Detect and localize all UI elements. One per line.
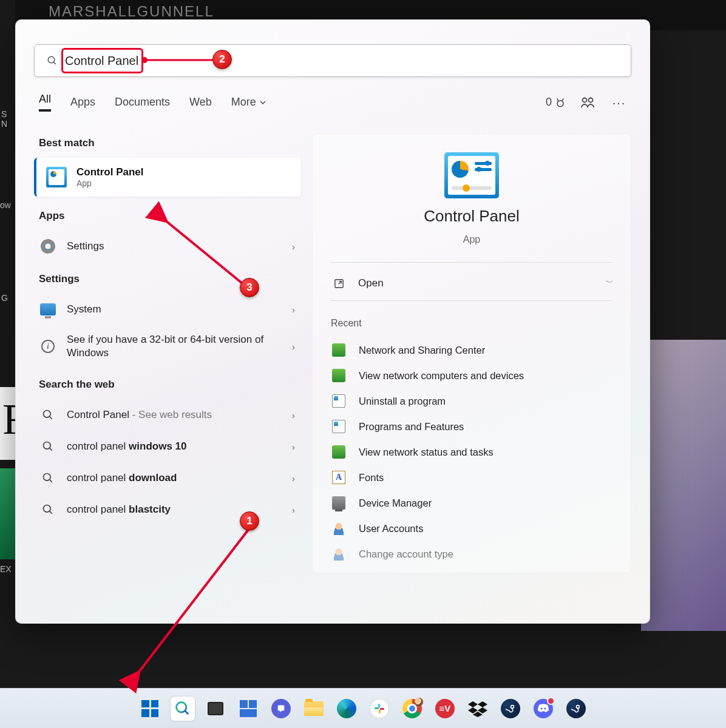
- control-panel-icon: [444, 152, 499, 198]
- widgets-icon: [240, 700, 257, 717]
- recent-item[interactable]: User Accounts: [331, 516, 612, 541]
- result-system[interactable]: System ›: [34, 294, 301, 325]
- recent-item[interactable]: Network and Sharing Center: [331, 337, 612, 363]
- file-explorer-button[interactable]: [302, 696, 326, 721]
- section-apps: Apps: [39, 210, 301, 222]
- start-button[interactable]: [138, 696, 162, 721]
- recent-header: Recent: [331, 318, 612, 329]
- section-settings: Settings: [39, 273, 301, 285]
- recent-item[interactable]: Device Manager: [331, 490, 612, 516]
- svg-rect-19: [380, 708, 384, 710]
- svg-line-1: [53, 62, 56, 64]
- edge-icon: [337, 699, 356, 718]
- recent-item[interactable]: AFonts: [331, 465, 612, 490]
- fonts-icon: A: [332, 471, 345, 484]
- search-input[interactable]: [65, 54, 619, 68]
- svg-line-8: [50, 448, 52, 451]
- chrome-icon: [402, 699, 422, 718]
- expressvpn-button[interactable]: ≡V: [433, 696, 457, 721]
- start-search-panel: All Apps Documents Web More 0 ··· Best m…: [15, 19, 650, 624]
- tab-more[interactable]: More: [231, 96, 266, 109]
- windows-icon: [141, 700, 158, 717]
- svg-point-4: [589, 98, 593, 102]
- svg-point-14: [177, 702, 186, 712]
- network-icon: [332, 343, 345, 357]
- svg-point-22: [540, 707, 542, 709]
- web-result-1[interactable]: control panel windows 10 ›: [34, 431, 301, 462]
- recent-item[interactable]: View network computers and devices: [331, 363, 612, 388]
- recent-item[interactable]: View network status and tasks: [331, 439, 612, 465]
- search-icon: [42, 409, 54, 421]
- svg-point-7: [44, 442, 51, 450]
- results-left: Best match Control Panel App Apps Settin…: [34, 133, 301, 573]
- search-icon: [47, 55, 58, 66]
- svg-line-6: [50, 417, 52, 419]
- info-icon: i: [41, 340, 55, 353]
- steam-icon: [566, 699, 586, 718]
- task-view-button[interactable]: [203, 696, 228, 721]
- chrome-button[interactable]: [400, 696, 424, 721]
- section-web: Search the web: [39, 379, 301, 391]
- tab-web[interactable]: Web: [189, 96, 212, 109]
- discord-button[interactable]: [531, 696, 555, 721]
- chevron-right-icon: ›: [292, 342, 295, 352]
- filter-tabs: All Apps Documents Web More 0 ···: [34, 93, 631, 112]
- bg-art: [641, 340, 726, 631]
- tab-documents[interactable]: Documents: [115, 96, 170, 109]
- chevron-right-icon: ›: [292, 410, 295, 420]
- widgets-button[interactable]: [236, 696, 260, 721]
- web-result-3[interactable]: control panel blastcity ›: [34, 494, 301, 525]
- more-options-button[interactable]: ···: [612, 95, 626, 110]
- chevron-right-icon: ›: [292, 505, 295, 515]
- svg-point-9: [44, 474, 51, 481]
- steam-button[interactable]: [498, 696, 523, 721]
- chat-contacts-button[interactable]: [580, 95, 595, 110]
- edge-button[interactable]: [334, 696, 359, 721]
- recent-item[interactable]: Programs and Features: [331, 414, 612, 439]
- steam-icon: [501, 699, 520, 718]
- slack-button[interactable]: [367, 696, 392, 721]
- chat-button[interactable]: [269, 696, 293, 721]
- chevron-right-icon: ›: [292, 241, 295, 252]
- network-icon: [332, 369, 345, 382]
- search-icon: [174, 700, 191, 717]
- folder-icon: [304, 701, 324, 716]
- task-view-icon: [208, 702, 223, 715]
- svg-point-21: [511, 706, 513, 707]
- open-action[interactable]: Open ﹀: [331, 266, 612, 301]
- open-icon: [333, 278, 345, 289]
- svg-point-11: [44, 505, 51, 513]
- rewards-button[interactable]: 0: [549, 95, 563, 110]
- programs-icon: [332, 420, 345, 433]
- recent-item[interactable]: Uninstall a program: [331, 388, 612, 414]
- recent-item[interactable]: Change account type: [331, 541, 612, 567]
- result-bitness[interactable]: i See if you have a 32-bit or 64-bit ver…: [34, 325, 301, 368]
- svg-point-0: [48, 56, 55, 63]
- chevron-down-icon[interactable]: ﹀: [606, 277, 614, 288]
- network-icon: [332, 445, 345, 459]
- svg-line-12: [50, 511, 52, 514]
- taskbar-search-button[interactable]: [171, 696, 195, 721]
- tab-apps[interactable]: Apps: [70, 96, 95, 109]
- chevron-right-icon: ›: [292, 473, 295, 484]
- web-result-2[interactable]: control panel download ›: [34, 462, 301, 494]
- search-icon: [42, 440, 54, 453]
- dropbox-button[interactable]: [466, 696, 490, 721]
- search-bar[interactable]: [34, 44, 631, 77]
- result-settings[interactable]: Settings ›: [34, 231, 301, 262]
- best-match-subtitle: App: [76, 178, 291, 188]
- svg-rect-18: [379, 709, 381, 713]
- search-icon: [42, 472, 54, 484]
- slack-icon: [370, 699, 389, 718]
- details-pane: Control Panel App Open ﹀ Recent Network …: [312, 133, 631, 573]
- svg-rect-17: [375, 707, 379, 709]
- svg-line-15: [185, 710, 189, 714]
- svg-point-5: [44, 411, 51, 418]
- programs-icon: [332, 394, 345, 408]
- web-result-0[interactable]: Control Panel - See web results ›: [34, 399, 301, 431]
- tab-all[interactable]: All: [39, 93, 51, 112]
- svg-rect-16: [378, 704, 380, 708]
- steam-button-2[interactable]: [564, 696, 588, 721]
- dropbox-icon: [468, 700, 487, 717]
- best-match-item[interactable]: Control Panel App: [34, 158, 301, 197]
